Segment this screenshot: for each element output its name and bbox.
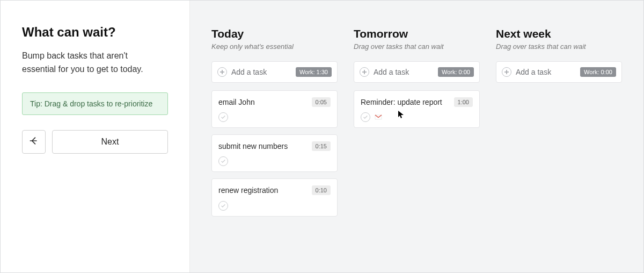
column-subtitle: Keep only what's essential [211,42,338,51]
column-today: Today Keep only what's essential Add a t… [211,27,338,272]
task-card[interactable]: submit new numbers0:15 [211,134,338,172]
plus-circle-icon [217,67,227,77]
back-button[interactable] [22,130,46,154]
next-button[interactable]: Next [52,130,168,154]
arrow-left-icon [28,135,39,148]
task-list: Reminder: update report1:00 [354,90,480,134]
columns-area: Today Keep only what's essential Add a t… [190,1,643,272]
check-circle-icon[interactable] [361,112,370,122]
add-task-row[interactable]: Add a task Work: 1:30 [211,61,338,83]
gmail-icon [375,112,382,122]
task-duration-badge: 1:00 [454,97,473,107]
add-task-label: Add a task [231,68,291,76]
check-circle-icon[interactable] [218,156,228,166]
task-card[interactable]: renew registration0:10 [211,178,338,216]
left-panel: What can wait? Bump back tasks that aren… [1,1,190,272]
task-title: renew registration [218,185,278,195]
work-total-badge: Work: 0:00 [580,67,616,77]
column-heading: Today [211,27,338,40]
tip-banner: Tip: Drag & drop tasks to re-prioritize [22,92,168,115]
column-next-week: Next week Drag over tasks that can wait … [496,27,622,272]
task-card[interactable]: email John0:05 [211,90,338,128]
page-subtitle: Bump back tasks that aren't essential fo… [22,49,162,76]
add-task-label: Add a task [516,68,576,76]
plus-circle-icon [360,67,369,77]
add-task-row[interactable]: Add a task Work: 0:00 [354,61,480,83]
column-subtitle: Drag over tasks that can wait [496,42,622,51]
app-frame: What can wait? Bump back tasks that aren… [0,0,644,273]
task-list: email John0:05submit new numbers0:15rene… [211,90,338,223]
work-total-badge: Work: 1:30 [296,67,332,77]
task-card[interactable]: Reminder: update report1:00 [354,90,480,128]
task-duration-badge: 0:15 [312,141,331,151]
task-title: Reminder: update report [361,97,442,107]
nav-row: Next [22,130,168,154]
task-duration-badge: 0:10 [312,185,331,195]
column-heading: Next week [496,27,622,40]
work-total-badge: Work: 0:00 [438,67,474,77]
task-title: email John [218,97,255,107]
check-circle-icon[interactable] [218,201,228,211]
task-duration-badge: 0:05 [312,97,331,107]
column-tomorrow: Tomorrow Drag over tasks that can wait A… [354,27,480,272]
plus-circle-icon [502,67,511,77]
task-title: submit new numbers [218,141,288,151]
add-task-label: Add a task [374,68,434,76]
page-title: What can wait? [22,25,168,40]
column-subtitle: Drag over tasks that can wait [354,42,480,51]
add-task-row[interactable]: Add a task Work: 0:00 [496,61,622,83]
check-circle-icon[interactable] [218,112,228,122]
column-heading: Tomorrow [354,27,480,40]
